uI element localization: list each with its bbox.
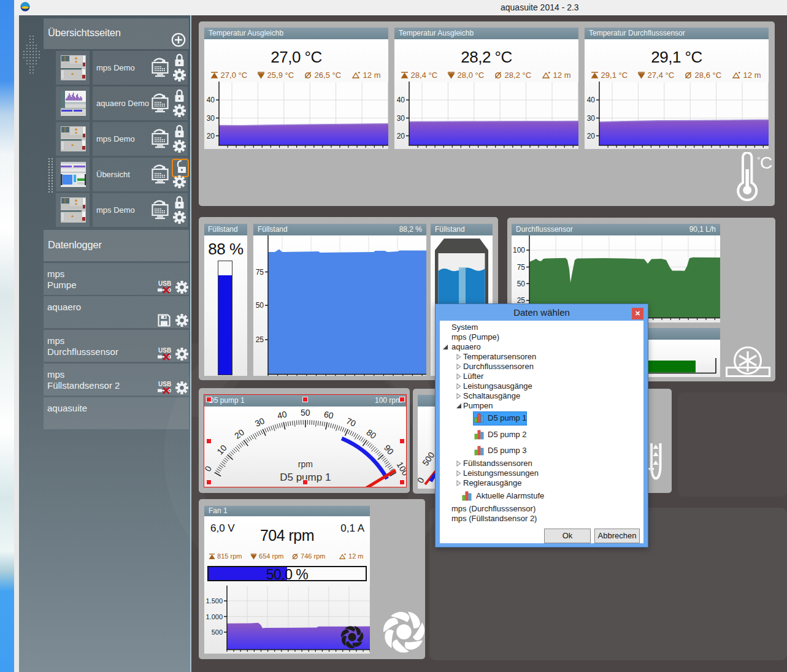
svg-text:20: 20 (587, 132, 596, 140)
svg-text:100: 100 (395, 460, 406, 477)
svg-text:1.500: 1.500 (205, 597, 223, 605)
svg-text:30: 30 (253, 416, 266, 429)
svg-text:10: 10 (215, 443, 228, 456)
svg-text:90: 90 (382, 443, 396, 456)
svg-text:20: 20 (207, 132, 215, 140)
svg-text:20: 20 (397, 132, 405, 140)
svg-text:25: 25 (256, 335, 264, 344)
svg-text:30: 30 (587, 114, 596, 123)
svg-text:75: 75 (517, 263, 526, 272)
svg-text:500: 500 (420, 450, 437, 467)
svg-text:40: 40 (397, 96, 405, 104)
svg-text:500: 500 (212, 628, 223, 636)
svg-text:40: 40 (276, 409, 288, 421)
svg-text:70: 70 (345, 416, 358, 429)
svg-text:1.000: 1.000 (205, 613, 223, 620)
svg-text:rpm: rpm (298, 459, 313, 469)
svg-text:60: 60 (323, 409, 335, 421)
svg-text:30: 30 (397, 114, 405, 123)
svg-text:0: 0 (204, 464, 213, 473)
svg-text:75: 75 (256, 268, 264, 277)
svg-text:50: 50 (301, 408, 310, 418)
svg-text:40: 40 (587, 96, 596, 104)
svg-text:50: 50 (256, 301, 264, 310)
svg-text:30: 30 (207, 114, 215, 123)
svg-text:50: 50 (517, 280, 526, 288)
svg-text:100: 100 (513, 246, 525, 254)
svg-text:40: 40 (207, 96, 215, 104)
svg-text:80: 80 (365, 427, 378, 441)
svg-text:20: 20 (232, 427, 246, 441)
svg-text:C: C (760, 153, 772, 172)
